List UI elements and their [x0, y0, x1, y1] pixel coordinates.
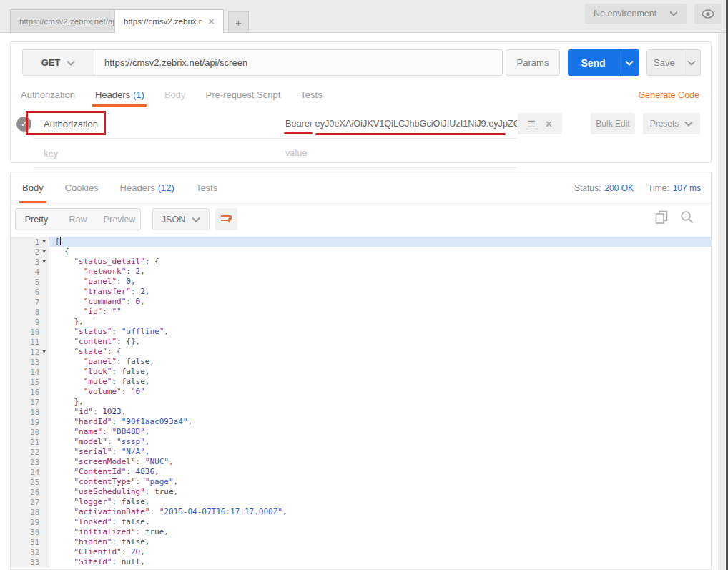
- line-number: 25: [30, 477, 39, 487]
- header-empty-row: key value: [11, 139, 711, 168]
- chevron-down-icon: [687, 60, 696, 66]
- response-tab-headers[interactable]: Headers (12): [120, 172, 174, 203]
- tab-tests[interactable]: Tests: [300, 83, 322, 107]
- tab-body[interactable]: Body: [164, 83, 186, 107]
- code-line: 31 "hidden": false,: [11, 537, 711, 547]
- request-tab-inactive[interactable]: https://cmsv2.zebrix.net/ap: [10, 9, 114, 32]
- environment-selector[interactable]: No environment: [585, 4, 687, 24]
- line-number: 21: [30, 437, 39, 447]
- request-tab-label: https://cmsv2.zebrix.r: [124, 17, 202, 26]
- new-tab-button[interactable]: +: [228, 11, 249, 32]
- header-enabled-checkbox[interactable]: ✓: [16, 117, 31, 132]
- header-row: ✓ Authorization Bearer eyJ0eXAiOiJKV1QiL…: [11, 109, 711, 139]
- header-value-input[interactable]: Bearer eyJ0eXAiOiJKV1QiLCJhbGciOiJIUzI1N…: [285, 109, 517, 139]
- fold-toggle-icon[interactable]: ▼: [39, 247, 49, 257]
- headers-count-badge: (1): [133, 89, 144, 100]
- line-number: 16: [30, 387, 39, 397]
- drag-handle-icon[interactable]: ☰: [527, 119, 536, 129]
- http-method-label: GET: [41, 57, 61, 68]
- request-builder-panel: GET https://cmsv2.zebrix.net/api/screen …: [10, 41, 712, 163]
- status-label: Status:: [574, 183, 601, 193]
- gutter-cell: 29: [11, 517, 49, 527]
- chevron-down-icon: [192, 217, 200, 222]
- gutter-cell: 15: [11, 377, 49, 387]
- generate-code-link[interactable]: Generate Code: [639, 83, 699, 107]
- http-method-selector[interactable]: GET: [23, 50, 94, 75]
- code-line: 11 "content": {},: [11, 337, 711, 347]
- fold-toggle-icon[interactable]: ▼: [39, 257, 49, 267]
- topbar-right-controls: No environment: [585, 4, 721, 24]
- copy-response-button[interactable]: [655, 210, 668, 225]
- line-number: 29: [30, 517, 39, 527]
- gutter-cell: 14: [11, 367, 49, 377]
- bulk-edit-button[interactable]: Bulk Edit: [591, 113, 635, 134]
- gutter-cell: 4: [11, 267, 49, 277]
- tab-headers[interactable]: Headers (1): [95, 83, 144, 107]
- gutter-cell: 10: [11, 327, 49, 337]
- code-line: 18 "id": 1023,: [11, 407, 711, 417]
- response-language-selector[interactable]: JSON: [152, 208, 210, 230]
- header-key-input[interactable]: Authorization: [34, 109, 285, 139]
- response-tab-tests[interactable]: Tests: [196, 172, 217, 203]
- params-button[interactable]: Params: [506, 49, 560, 76]
- response-tab-body[interactable]: Body: [22, 172, 44, 203]
- line-number: 4: [35, 267, 39, 277]
- gutter-cell: 18: [11, 407, 49, 417]
- new-header-value-input[interactable]: value: [285, 139, 517, 168]
- eye-icon: [701, 9, 715, 19]
- line-number: 28: [30, 507, 39, 517]
- send-button[interactable]: Send: [568, 49, 619, 76]
- remove-header-icon[interactable]: ✕: [545, 119, 553, 129]
- copy-icon: [655, 210, 668, 225]
- tab-pre-request-script[interactable]: Pre-request Script: [206, 83, 281, 107]
- line-number: 6: [35, 287, 39, 297]
- line-number: 15: [30, 377, 39, 387]
- line-number: 20: [30, 427, 39, 437]
- tab-authorization[interactable]: Authorization: [21, 83, 75, 107]
- gutter-cell: 30: [11, 527, 49, 537]
- line-number: 14: [30, 367, 39, 377]
- code-line: 33 "SiteId": null,: [11, 557, 711, 567]
- view-pretty-button[interactable]: Pretty: [16, 209, 57, 230]
- fold-toggle-icon[interactable]: ▼: [39, 237, 49, 247]
- gutter-cell: 3▼: [11, 257, 49, 267]
- response-view-switcher: Pretty Raw Preview: [15, 208, 141, 230]
- new-header-key-input[interactable]: key: [34, 139, 285, 168]
- code-line: 15 "mute": false,: [11, 377, 711, 387]
- response-body-editor[interactable]: 1▼[2▼ {3▼ "status_detail": {4 "network":…: [11, 237, 711, 569]
- save-options-button[interactable]: [682, 49, 701, 76]
- response-tab-cookies[interactable]: Cookies: [65, 172, 99, 203]
- line-number: 18: [30, 407, 39, 417]
- view-preview-button[interactable]: Preview: [99, 209, 140, 230]
- gutter-cell: 1▼: [11, 237, 49, 247]
- fold-toggle-icon[interactable]: ▼: [39, 347, 49, 357]
- chevron-down-icon: [684, 121, 693, 127]
- view-raw-button[interactable]: Raw: [57, 209, 99, 230]
- request-tab-active[interactable]: https://cmsv2.zebrix.r ✕: [114, 9, 224, 33]
- code-line: 5 "panel": 0,: [11, 277, 711, 287]
- url-input[interactable]: https://cmsv2.zebrix.net/api/screen: [94, 50, 502, 75]
- presets-dropdown[interactable]: Presets: [643, 113, 700, 134]
- gutter-cell: 13: [11, 357, 49, 367]
- response-tabs: Body Cookies Headers (12) Tests: [22, 172, 217, 203]
- send-options-button[interactable]: [619, 49, 639, 76]
- search-icon: [680, 210, 694, 224]
- line-number: 23: [30, 457, 39, 467]
- wrap-lines-button[interactable]: [215, 208, 237, 230]
- line-number: 30: [30, 527, 39, 537]
- method-url-group: GET https://cmsv2.zebrix.net/api/screen: [22, 49, 503, 76]
- line-number: 31: [30, 537, 39, 547]
- page-scrollbar[interactable]: [718, 33, 725, 570]
- save-button[interactable]: Save: [646, 49, 682, 76]
- line-number: 11: [30, 337, 39, 347]
- code-line: 14 "lock": false,: [11, 367, 711, 377]
- close-tab-icon[interactable]: ✕: [208, 17, 215, 26]
- line-number: 7: [35, 297, 39, 307]
- environment-quick-look-button[interactable]: [694, 4, 721, 24]
- line-number: 19: [30, 417, 39, 427]
- gutter-cell: 12▼: [11, 347, 49, 357]
- response-status-area: Status: 200 OK Time: 107 ms: [574, 172, 701, 203]
- code-line: 23 "screenModel": "NUC",: [11, 457, 711, 467]
- code-line: 21 "model": "sssp",: [11, 437, 711, 447]
- search-response-button[interactable]: [680, 210, 694, 224]
